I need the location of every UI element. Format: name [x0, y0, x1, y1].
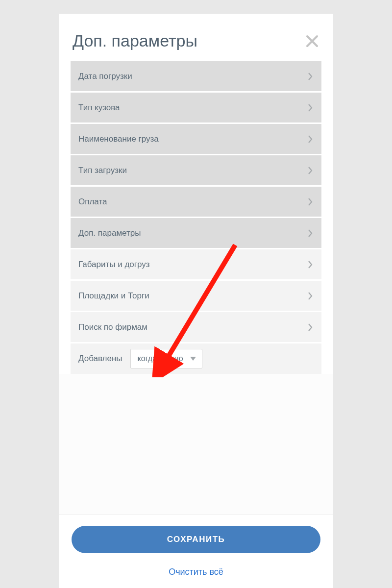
row-label: Габариты и догруз [78, 260, 150, 270]
chevron-right-icon [308, 103, 313, 112]
additional-params-panel: Доп. параметры Дата погрузки Тип кузова … [59, 14, 333, 588]
row-payment[interactable]: Оплата [71, 187, 321, 218]
close-icon[interactable] [305, 34, 319, 49]
chevron-right-icon [308, 197, 313, 206]
params-list: Дата погрузки Тип кузова Наименование гр… [59, 61, 333, 374]
chevron-right-icon [308, 323, 313, 332]
row-label: Тип кузова [78, 103, 120, 113]
row-added: Добавлены когда угодно [71, 343, 321, 374]
svg-marker-2 [190, 357, 196, 361]
row-search-by-firms[interactable]: Поиск по фирмам [71, 312, 321, 343]
row-label: Доп. параметры [78, 228, 141, 238]
row-body-type[interactable]: Тип кузова [71, 93, 321, 124]
row-additional-params[interactable]: Доп. параметры [71, 218, 321, 249]
row-label: Наименование груза [78, 134, 159, 144]
row-label: Тип загрузки [78, 166, 127, 175]
row-cargo-name[interactable]: Наименование груза [71, 124, 321, 155]
row-loading-type[interactable]: Тип загрузки [71, 155, 321, 187]
row-label: Оплата [78, 197, 107, 207]
row-label: Поиск по фирмам [78, 322, 147, 332]
row-loading-date[interactable]: Дата погрузки [71, 61, 321, 93]
row-label: Площадки и Торги [78, 291, 149, 301]
page-title: Доп. параметры [73, 31, 197, 50]
row-label: Дата погрузки [78, 72, 132, 81]
added-label: Добавлены [78, 354, 122, 364]
chevron-right-icon [308, 166, 313, 175]
select-value: когда угодно [138, 354, 183, 363]
row-platforms-auctions[interactable]: Площадки и Торги [71, 281, 321, 312]
chevron-right-icon [308, 135, 313, 144]
save-button[interactable]: СОХРАНИТЬ [72, 526, 320, 553]
row-dimensions[interactable]: Габариты и догруз [71, 249, 321, 281]
chevron-right-icon [308, 229, 313, 238]
added-select[interactable]: когда угодно [130, 349, 202, 368]
panel-header: Доп. параметры [59, 14, 333, 61]
chevron-right-icon [308, 260, 313, 269]
clear-all-link[interactable]: Очистить всё [72, 567, 320, 577]
chevron-right-icon [308, 72, 313, 81]
chevron-right-icon [308, 292, 313, 300]
chevron-down-icon [190, 357, 196, 361]
spacer [59, 374, 333, 514]
panel-footer: СОХРАНИТЬ Очистить всё [59, 514, 333, 588]
